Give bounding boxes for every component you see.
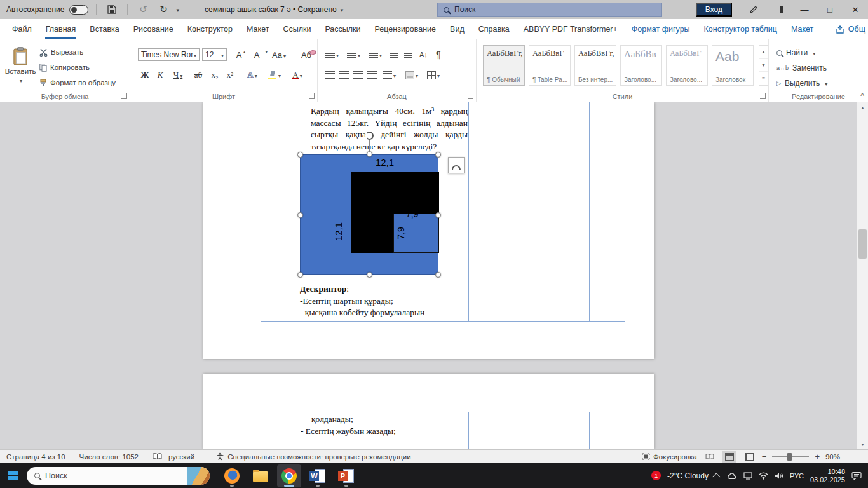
clear-formatting-button[interactable]: Аб — [297, 48, 316, 61]
decrease-indent-button[interactable] — [390, 48, 398, 61]
style-title[interactable]: Аab Заголовок — [712, 45, 754, 86]
collapse-ribbon-icon[interactable]: ^ — [860, 92, 864, 100]
resize-handle-e[interactable] — [435, 212, 441, 218]
style-no-spacing[interactable]: АаБбВвГг, Без интер... — [574, 45, 616, 86]
underline-button[interactable]: Ч — [168, 69, 187, 81]
focus-mode-button[interactable]: Фокусировка — [642, 453, 697, 461]
save-icon[interactable] — [104, 2, 119, 17]
bullets-button[interactable] — [325, 48, 339, 61]
document-title[interactable]: семинар ашык сабак 7 ә • Сохранено — [205, 5, 343, 14]
undo-icon[interactable] — [135, 2, 151, 17]
select-button[interactable]: ▷ Выделить — [776, 77, 827, 90]
grow-font-button[interactable]: А — [232, 48, 246, 61]
document-canvas[interactable]: Қардың қалыңдығы 40см. 1м³ қардың массас… — [0, 102, 857, 449]
tab-file[interactable]: Файл — [5, 19, 39, 39]
paragraph-dialog-launcher[interactable] — [468, 93, 473, 99]
tab-insert[interactable]: Вставка — [83, 19, 126, 39]
tab-layout[interactable]: Макет — [240, 19, 276, 39]
search-highlight-image[interactable] — [187, 467, 210, 485]
tab-references[interactable]: Ссылки — [276, 19, 318, 39]
resize-handle-sw[interactable] — [297, 272, 303, 278]
word-count[interactable]: Число слов: 1052 — [79, 453, 139, 461]
styles-dialog-launcher[interactable] — [760, 93, 766, 99]
superscript-button[interactable]: х² — [223, 69, 237, 81]
tab-shape-format[interactable]: Формат фигуры — [625, 19, 697, 39]
align-center-button[interactable] — [339, 69, 349, 81]
change-case-button[interactable]: Аа — [269, 48, 289, 61]
replace-button[interactable]: a↔b Заменить — [776, 62, 827, 74]
wifi-icon[interactable] — [759, 472, 768, 480]
align-right-button[interactable] — [353, 69, 363, 81]
taskbar-search[interactable]: Поиск — [27, 467, 210, 485]
sort-button[interactable]: А↓ — [419, 48, 428, 61]
styles-more-icon[interactable]: ≡ — [759, 72, 768, 85]
display-icon[interactable] — [743, 472, 752, 480]
style-table-para[interactable]: АаБбВвГ ¶ Table Pa... — [529, 45, 571, 86]
tab-abbyy[interactable]: ABBYY PDF Transformer+ — [517, 19, 625, 39]
page-1[interactable]: Қардың қалыңдығы 40см. 1м³ қардың массас… — [203, 102, 654, 359]
font-color-button[interactable]: А — [288, 69, 307, 81]
scroll-up-icon[interactable]: ▲ — [759, 46, 768, 59]
scrollbar-thumb[interactable] — [858, 229, 867, 259]
bold-button[interactable]: Ж — [138, 69, 152, 81]
style-heading2[interactable]: АаБбВвГ Заголово... — [666, 45, 708, 86]
maximize-button[interactable]: □ — [817, 0, 843, 19]
subscript-button[interactable]: х₂ — [208, 69, 222, 81]
clock[interactable]: 10:48 03.02.2025 — [810, 468, 845, 484]
tab-view[interactable]: Вид — [443, 19, 471, 39]
close-button[interactable]: ✕ — [843, 0, 868, 19]
scroll-down-icon[interactable]: ▼ — [857, 439, 868, 449]
chevron-down-icon[interactable] — [176, 5, 179, 14]
resize-handle-w[interactable] — [297, 212, 303, 218]
volume-icon[interactable] — [775, 472, 783, 480]
increase-indent-button[interactable] — [404, 48, 412, 61]
input-language[interactable]: РУС — [790, 472, 804, 480]
resize-handle-nw[interactable] — [297, 152, 303, 158]
firefox-taskbar-icon[interactable] — [220, 464, 244, 487]
rotate-handle[interactable] — [365, 132, 374, 140]
borders-button[interactable] — [427, 69, 440, 81]
start-button[interactable] — [8, 471, 18, 480]
highlight-button[interactable] — [265, 69, 284, 81]
clipboard-dialog-launcher[interactable] — [121, 93, 127, 99]
copy-button[interactable]: Копировать — [39, 61, 90, 74]
strikethrough-button[interactable]: аб — [191, 69, 205, 81]
paste-button[interactable]: Вставить — [5, 44, 36, 86]
resize-handle-s[interactable] — [367, 272, 372, 278]
find-button[interactable]: Найти — [776, 46, 815, 59]
tab-table-layout[interactable]: Макет — [784, 19, 820, 39]
word-taskbar-icon[interactable]: W — [306, 464, 330, 487]
onedrive-icon[interactable] — [727, 472, 737, 480]
zoom-out-button[interactable] — [762, 452, 767, 461]
shading-button[interactable] — [405, 69, 418, 81]
ink-pen-icon[interactable] — [741, 0, 766, 19]
notification-center-icon[interactable] — [851, 471, 862, 480]
vertical-scrollbar[interactable]: ▲ ▼ — [857, 102, 868, 449]
style-normal[interactable]: АаБбВвГг, ¶ Обычный — [483, 45, 525, 86]
redo-icon[interactable] — [156, 2, 171, 17]
numbering-button[interactable] — [347, 48, 360, 61]
minimize-button[interactable]: — — [792, 0, 817, 19]
font-size-combo[interactable]: 12 — [202, 48, 227, 61]
tab-mailings[interactable]: Рассылки — [318, 19, 367, 39]
zoom-slider[interactable] — [772, 456, 809, 458]
hidden-icons-chevron[interactable] — [712, 473, 721, 481]
text-effects-button[interactable]: А — [243, 69, 261, 81]
tab-home[interactable]: Главная — [39, 19, 83, 39]
page-2[interactable]: қолданады; - Есептің жаубын жазады; — [203, 374, 654, 449]
search-box[interactable]: Поиск — [437, 3, 662, 17]
show-marks-button[interactable]: ¶ — [436, 48, 441, 61]
chrome-taskbar-icon[interactable] — [277, 464, 301, 487]
share-button[interactable]: Общ — [829, 19, 868, 39]
format-painter-button[interactable]: Формат по образцу — [39, 76, 116, 89]
font-dialog-launcher[interactable] — [309, 93, 315, 99]
tab-review[interactable]: Рецензирование — [368, 19, 444, 39]
weather-widget[interactable]: -2°C Cloudy — [667, 471, 709, 480]
resize-handle-n[interactable] — [367, 151, 372, 157]
explorer-taskbar-icon[interactable] — [248, 464, 273, 487]
read-mode-button[interactable] — [703, 451, 717, 463]
scroll-up-icon[interactable]: ▲ — [857, 102, 868, 112]
selected-shape[interactable]: 12,1 12,1 7,9 7,9 — [300, 154, 438, 274]
web-layout-button[interactable] — [742, 451, 756, 463]
resize-handle-ne[interactable] — [435, 152, 441, 158]
